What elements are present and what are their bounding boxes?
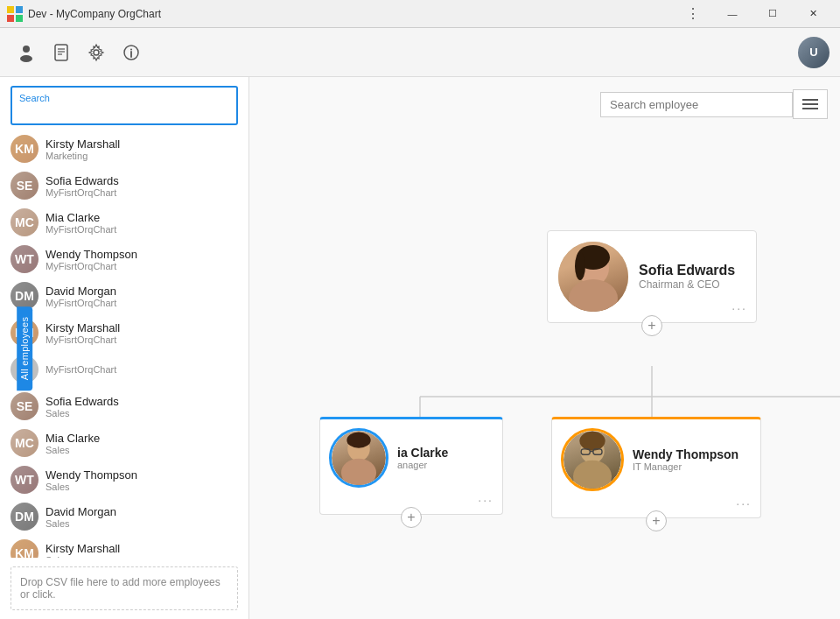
titlebar-left: Dev - MyCompany OrgChart — [7, 6, 161, 22]
employee-dept: MyFisrtOrqChart — [46, 334, 120, 345]
employee-dept: MyFisrtOrqChart — [46, 298, 116, 308]
employee-dept: MyFisrtOrqChart — [46, 187, 119, 198]
ceo-node[interactable]: Sofia Edwards Chairman & CEO ··· + — [547, 230, 757, 323]
child1-plus-button[interactable]: + — [401, 507, 422, 528]
employee-name: Kirsty Marshall — [46, 542, 120, 555]
employee-dept: MyFisrtOrqChart — [46, 364, 116, 375]
child2-menu-dots[interactable]: ··· — [736, 496, 752, 510]
employee-name: Wendy Thompson — [46, 248, 137, 261]
employee-info: David Morgan Sales — [46, 505, 116, 529]
connector-lines — [249, 77, 840, 619]
search-label: Search — [19, 93, 229, 103]
employee-list-item[interactable]: KM Kirsty Marshall Marketing — [0, 130, 248, 167]
employee-avatar: KM — [10, 135, 38, 163]
svg-point-20 — [569, 279, 618, 312]
child-node-1[interactable]: ia Clarke anager ··· + — [319, 417, 503, 515]
svg-point-27 — [573, 461, 612, 489]
employee-name: Sofia Edwards — [46, 395, 119, 408]
ceo-title: Chairman & CEO — [639, 278, 735, 291]
child1-info: ia Clarke anager — [397, 446, 448, 470]
employee-list-item[interactable]: KM Kirsty Marshall MyFisrtOrqChart — [0, 314, 248, 351]
employee-name: Sofia Edwards — [46, 174, 119, 187]
employee-info: Kirsty Marshall MyFisrtOrqChart — [46, 321, 120, 345]
employee-avatar: KM — [10, 539, 38, 558]
employee-list-item[interactable]: MyFisrtOrqChart — [0, 351, 248, 388]
employee-dept: Sales — [46, 445, 100, 455]
employee-info: Sofia Edwards MyFisrtOrqChart — [46, 174, 119, 198]
hamburger-icon — [802, 99, 818, 109]
svg-point-22 — [575, 252, 585, 280]
drop-zone[interactable]: Drop CSV file here to add more employees… — [10, 566, 238, 610]
employee-info: Mia Clarke MyFisrtOrqChart — [46, 211, 116, 235]
svg-rect-0 — [7, 6, 14, 13]
svg-rect-6 — [55, 45, 67, 60]
person-icon[interactable] — [10, 37, 42, 68]
ceo-avatar — [558, 242, 628, 312]
document-icon[interactable] — [46, 37, 77, 68]
employee-dept: Sales — [46, 555, 120, 559]
maximize-button[interactable]: ☐ — [752, 0, 793, 28]
employee-info: Wendy Thompson Sales — [46, 468, 137, 492]
app-title: Dev - MyCompany OrgChart — [28, 8, 161, 20]
employee-list-item[interactable]: KM Kirsty Marshall Sales — [0, 535, 248, 558]
minimize-button[interactable]: — — [712, 0, 752, 28]
ceo-name: Sofia Edwards — [639, 263, 735, 278]
employee-name: David Morgan — [46, 505, 116, 518]
employee-info: Sofia Edwards Sales — [46, 395, 119, 419]
employee-avatar: WT — [10, 245, 38, 273]
child2-title: IT Manager — [633, 461, 738, 472]
employee-list-item[interactable]: DM David Morgan MyFisrtOrqChart — [0, 278, 248, 314]
close-button[interactable]: ✕ — [793, 0, 833, 28]
child2-info: Wendy Thompson IT Manager — [633, 447, 738, 472]
employee-name: Kirsty Marshall — [46, 137, 120, 151]
employee-list-item[interactable]: WT Wendy Thompson MyFisrtOrqChart — [0, 241, 248, 278]
child1-title: anager — [397, 460, 448, 470]
employee-name: David Morgan — [46, 285, 116, 298]
search-box: Search — [10, 86, 238, 125]
ceo-plus-button[interactable]: + — [641, 315, 662, 336]
employee-dept: Marketing — [46, 151, 120, 161]
app-icon — [7, 6, 23, 22]
employee-info: Kirsty Marshall Sales — [46, 542, 120, 559]
search-input[interactable] — [19, 105, 229, 118]
hamburger-button[interactable] — [793, 89, 828, 119]
ceo-menu-dots[interactable]: ··· — [732, 301, 747, 315]
employee-name: Kirsty Marshall — [46, 321, 120, 334]
employee-list-item[interactable]: WT Wendy Thompson Sales — [0, 461, 248, 498]
svg-point-28 — [579, 432, 605, 451]
child2-avatar — [561, 428, 624, 491]
svg-point-10 — [94, 50, 99, 55]
child1-avatar — [329, 428, 388, 488]
child1-menu-dots[interactable]: ··· — [478, 493, 494, 507]
svg-point-24 — [341, 459, 376, 485]
titlebar-menu-icon[interactable]: ⋮ — [674, 5, 712, 22]
employee-list-item[interactable]: SE Sofia Edwards Sales — [0, 388, 248, 425]
child2-plus-button[interactable]: + — [646, 510, 667, 531]
employee-list-item[interactable]: MC Mia Clarke Sales — [0, 425, 248, 461]
sidebar-tab: All employees — [17, 306, 32, 390]
employee-list-item[interactable]: SE Sofia Edwards MyFisrtOrqChart — [0, 167, 248, 204]
titlebar: Dev - MyCompany OrgChart ⋮ — ☐ ✕ — [0, 0, 840, 28]
employee-avatar: SE — [10, 172, 38, 200]
employee-dept: MyFisrtOrqChart — [46, 261, 137, 271]
employee-dept: MyFisrtOrqChart — [46, 224, 116, 235]
svg-point-25 — [346, 433, 370, 448]
employee-info: Mia Clarke Sales — [46, 432, 100, 455]
svg-point-13 — [130, 48, 132, 50]
employee-list-item[interactable]: DM David Morgan Sales — [0, 498, 248, 535]
svg-rect-3 — [16, 15, 23, 22]
search-employee-input[interactable] — [600, 92, 793, 117]
drop-zone-line1: Drop CSV file here to add more employees — [20, 576, 228, 588]
svg-rect-1 — [16, 6, 23, 13]
child-node-2[interactable]: Wendy Thompson IT Manager ··· + — [551, 417, 761, 518]
employee-list-item[interactable]: MC Mia Clarke MyFisrtOrqChart — [0, 204, 248, 241]
ceo-info: Sofia Edwards Chairman & CEO — [639, 263, 735, 291]
drop-zone-line2: or click. — [20, 588, 228, 601]
info-icon[interactable] — [116, 37, 147, 68]
svg-point-4 — [23, 46, 30, 53]
employee-avatar: WT — [10, 466, 38, 494]
user-avatar[interactable]: U — [798, 37, 830, 68]
employee-name: Mia Clarke — [46, 432, 100, 445]
settings-icon[interactable] — [80, 37, 112, 68]
employee-avatar: DM — [10, 503, 38, 531]
